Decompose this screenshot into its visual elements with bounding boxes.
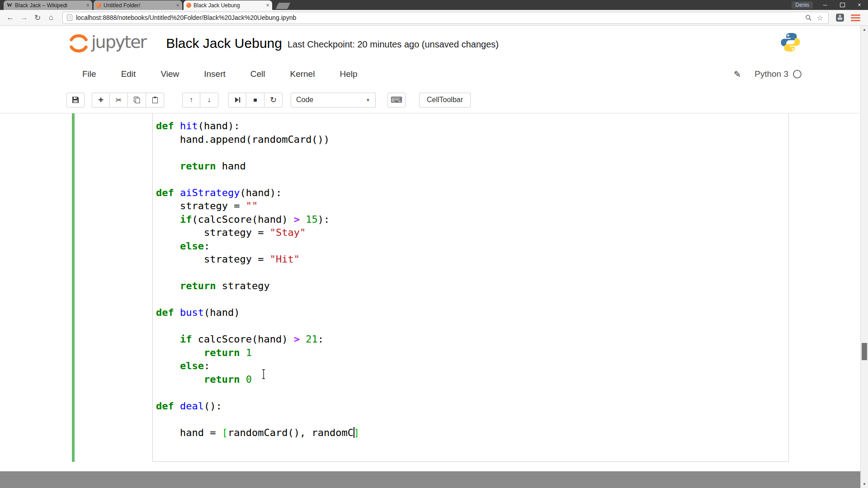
browser-tab-wikipedia[interactable]: W Black Jack – Wikipedi × — [4, 0, 92, 10]
menu-edit[interactable]: Edit — [121, 69, 136, 79]
code-line[interactable]: def deal(): — [156, 399, 359, 413]
code-line[interactable]: return 0 — [156, 373, 359, 386]
notebook-header: jupyter Black Jack Uebung Last Checkpoin… — [0, 26, 868, 113]
code-line[interactable] — [156, 293, 359, 306]
code-line[interactable]: def aiStrategy(hand): — [156, 186, 359, 200]
page-icon — [67, 14, 72, 21]
restart-kernel-button[interactable]: ↻ — [264, 93, 283, 108]
save-button[interactable] — [66, 93, 85, 108]
move-cell-down-button[interactable]: ↓ — [200, 93, 218, 108]
code-line[interactable]: return strategy — [156, 279, 359, 293]
code-token: (calcScore(hand) — [192, 214, 293, 225]
code-token — [156, 280, 180, 291]
code-token: (hand): — [198, 120, 240, 131]
scrollbar[interactable]: ▲ ▼ — [860, 26, 868, 488]
cell-type-value: Code — [296, 96, 313, 104]
save-icon — [72, 96, 79, 103]
code-line[interactable] — [156, 146, 359, 160]
cell-type-dropdown[interactable]: Code ▼ — [291, 93, 376, 108]
browser-tab-folder[interactable]: Untitled Folder/ × — [94, 0, 182, 10]
browser-tab-notebook[interactable]: Black Jack Uebung × — [184, 0, 272, 10]
extension-icon[interactable] — [835, 13, 844, 22]
celltoolbar-button[interactable]: CellToolbar — [419, 93, 471, 108]
code-line[interactable] — [156, 413, 359, 426]
tab-close-icon[interactable]: × — [266, 2, 269, 8]
code-line[interactable] — [156, 173, 359, 186]
kernel-status-icon — [793, 70, 802, 78]
notebook-title[interactable]: Black Jack Uebung — [166, 36, 282, 51]
url-bar[interactable]: localhost:8888/notebooks/Untitled%20Fold… — [62, 12, 829, 24]
code-area[interactable]: def hit(hand): hand.append(randomCard())… — [156, 119, 359, 439]
code-token: (hand) — [204, 307, 240, 318]
tab-strip: W Black Jack – Wikipedi × Untitled Folde… — [4, 0, 289, 10]
menu-file[interactable]: File — [82, 69, 96, 79]
code-line[interactable]: strategy = "" — [156, 199, 359, 213]
tab-close-icon[interactable]: × — [86, 2, 90, 8]
browser-titlebar: W Black Jack – Wikipedi × Untitled Folde… — [0, 0, 868, 10]
url-text[interactable]: localhost:8888/notebooks/Untitled%20Fold… — [76, 14, 801, 21]
move-cell-up-button[interactable]: ↑ — [182, 93, 200, 108]
minimize-button[interactable]: ─ — [816, 0, 834, 10]
cut-cells-button[interactable]: ✂ — [110, 93, 128, 108]
browser-menu-icon[interactable] — [851, 14, 860, 21]
code-line[interactable]: if calcScore(hand) > 21: — [156, 333, 359, 346]
code-token: def — [156, 307, 174, 318]
code-token: randomCard(), randomC — [228, 427, 354, 438]
paste-cells-button[interactable] — [146, 93, 164, 108]
code-token: return — [204, 347, 240, 358]
code-token — [156, 240, 180, 252]
code-line[interactable]: hand = [randomCard(), randomC] — [156, 426, 359, 440]
code-token: strategy = — [156, 227, 270, 238]
scroll-up-icon[interactable]: ▲ — [861, 26, 868, 33]
code-token: return — [204, 374, 240, 385]
code-token: aiStrategy — [180, 187, 240, 198]
code-token: "Hit" — [270, 253, 300, 265]
code-line[interactable]: strategy = "Hit" — [156, 253, 359, 266]
code-token: if — [180, 214, 192, 225]
interrupt-kernel-button[interactable]: ■ — [246, 93, 264, 108]
code-line[interactable]: def bust(hand) — [156, 306, 359, 319]
maximize-button[interactable] — [834, 0, 851, 10]
code-line[interactable]: if(calcScore(hand) > 15): — [156, 213, 359, 226]
code-line[interactable]: return hand — [156, 160, 359, 173]
code-line[interactable]: else: — [156, 239, 359, 253]
scrollbar-thumb[interactable] — [862, 343, 867, 360]
code-line[interactable]: return 1 — [156, 346, 359, 360]
code-line[interactable] — [156, 266, 359, 280]
code-token: > — [294, 333, 300, 345]
reload-button[interactable]: ↻ — [31, 11, 44, 24]
zoom-icon[interactable] — [804, 14, 812, 22]
home-button[interactable]: ⌂ — [44, 11, 58, 24]
code-line[interactable]: hand.append(randomCard()) — [156, 133, 359, 146]
copy-cells-button[interactable] — [128, 93, 146, 108]
profile-label[interactable]: Denis — [792, 1, 813, 9]
code-line[interactable] — [156, 319, 359, 333]
code-line[interactable]: strategy = "Stay" — [156, 226, 359, 239]
menu-view[interactable]: View — [160, 69, 179, 79]
code-token — [174, 400, 180, 412]
menu-kernel[interactable]: Kernel — [290, 69, 315, 79]
menu-cell[interactable]: Cell — [250, 69, 265, 79]
menu-help[interactable]: Help — [340, 69, 357, 79]
edit-button-group: + ✂ — [92, 93, 164, 108]
close-button[interactable]: × — [851, 0, 868, 10]
insert-cell-button[interactable]: + — [92, 93, 110, 108]
jupyter-logo[interactable]: jupyter — [68, 32, 146, 55]
command-palette-button[interactable]: ⌨ — [387, 93, 406, 108]
new-tab-button[interactable] — [276, 3, 291, 9]
run-cell-button[interactable] — [228, 93, 246, 108]
code-token: def — [156, 120, 174, 131]
forward-button[interactable]: → — [17, 11, 31, 24]
code-token — [174, 187, 180, 198]
code-line[interactable] — [156, 386, 359, 399]
code-line[interactable]: def hit(hand): — [156, 119, 359, 133]
code-line[interactable]: else: — [156, 359, 359, 373]
tab-close-icon[interactable]: × — [176, 2, 179, 8]
code-token — [156, 214, 180, 225]
menu-insert[interactable]: Insert — [204, 69, 226, 79]
code-token: strategy = — [156, 253, 270, 265]
back-button[interactable]: ← — [4, 11, 17, 24]
bookmark-star-icon[interactable]: ☆ — [816, 14, 824, 22]
tab-title: Black Jack – Wikipedi — [15, 2, 84, 9]
scroll-down-icon[interactable]: ▼ — [861, 481, 868, 488]
